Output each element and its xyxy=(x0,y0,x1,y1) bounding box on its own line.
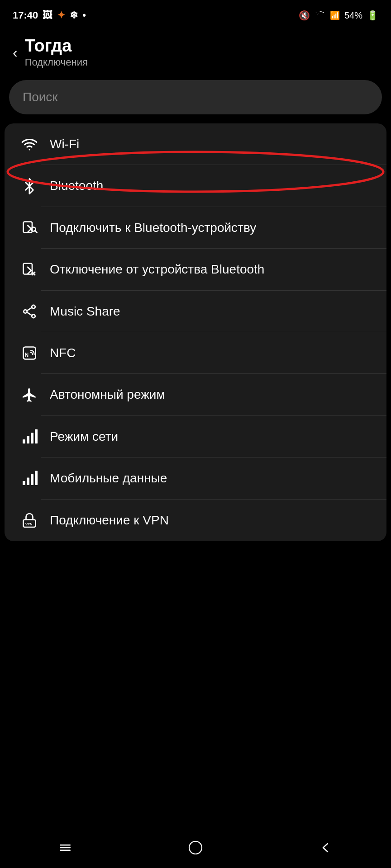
menu-item-bluetooth-disconnect[interactable]: Отключение от устройства Bluetooth xyxy=(5,249,386,290)
wifi-icon xyxy=(18,136,41,152)
svg-line-7 xyxy=(27,307,32,311)
airplane-label: Автономный режим xyxy=(50,387,165,403)
airplane-icon xyxy=(18,387,41,403)
status-left: 17:40 🖼 ✦ ❄ • xyxy=(13,9,86,21)
nfc-icon: N xyxy=(18,345,41,361)
network-mode-icon xyxy=(18,429,41,445)
menu-item-bluetooth-connect[interactable]: Подключить к Bluetooth-устройству xyxy=(5,207,386,249)
signal-icon: 📶 xyxy=(330,10,340,20)
bluetooth-connect-icon xyxy=(18,220,41,236)
svg-rect-23 xyxy=(60,850,71,851)
svg-point-24 xyxy=(189,841,202,854)
search-container[interactable]: Поиск xyxy=(0,75,391,119)
home-button[interactable] xyxy=(177,836,214,859)
svg-rect-1 xyxy=(24,222,33,232)
dot-icon: • xyxy=(82,9,86,21)
menu-item-wifi[interactable]: Wi-Fi xyxy=(5,123,386,165)
bluetooth-disconnect-icon xyxy=(18,261,41,278)
back-nav-button[interactable] xyxy=(308,836,344,859)
search-box[interactable]: Поиск xyxy=(9,80,382,114)
back-button[interactable]: ‹ xyxy=(13,45,18,60)
bluetooth-connect-label: Подключить к Bluetooth-устройству xyxy=(50,220,256,236)
vpn-label: Подключение к VPN xyxy=(50,512,169,528)
svg-rect-13 xyxy=(31,433,33,443)
svg-rect-17 xyxy=(31,474,33,485)
recent-apps-button[interactable] xyxy=(47,836,83,859)
mobile-data-label: Мобильные данные xyxy=(50,470,167,486)
mute-icon: 🔇 xyxy=(299,10,310,21)
page-title: Тогда xyxy=(25,36,88,56)
svg-rect-14 xyxy=(35,429,38,443)
music-share-icon xyxy=(18,303,41,320)
svg-rect-3 xyxy=(24,264,33,274)
time: 17:40 xyxy=(13,9,38,21)
wifi-label: Wi-Fi xyxy=(50,136,79,152)
battery: 54% xyxy=(344,10,362,21)
battery-icon: 🔋 xyxy=(367,10,378,21)
svg-rect-21 xyxy=(60,844,71,846)
svg-rect-15 xyxy=(23,481,25,485)
wifi-status-icon xyxy=(315,9,325,22)
search-placeholder: Поиск xyxy=(23,90,58,104)
menu-item-nfc[interactable]: N NFC xyxy=(5,332,386,374)
menu-item-music-share[interactable]: Music Share xyxy=(5,291,386,332)
navigation-bar xyxy=(0,832,391,868)
svg-rect-16 xyxy=(27,478,29,486)
nfc-label: NFC xyxy=(50,345,76,361)
menu-list: Wi-Fi Bluetooth Подключить к Bluetooth-у… xyxy=(5,123,386,541)
menu-item-mobile-data[interactable]: Мобильные данные xyxy=(5,458,386,499)
menu-item-vpn[interactable]: VPN Подключение к VPN xyxy=(5,500,386,541)
svg-text:VPN: VPN xyxy=(25,522,32,526)
bluetooth-disconnect-label: Отключение от устройства Bluetooth xyxy=(50,261,264,278)
page-subtitle: Подключения xyxy=(25,57,88,68)
menu-item-network-mode[interactable]: Режим сети xyxy=(5,416,386,458)
svg-rect-18 xyxy=(35,471,38,486)
svg-rect-12 xyxy=(27,436,29,443)
music-share-label: Music Share xyxy=(50,303,120,320)
status-right: 🔇 📶 54% 🔋 xyxy=(299,9,378,22)
header-text: Тогда Подключения xyxy=(25,36,88,68)
bluetooth-label: Bluetooth xyxy=(50,178,103,194)
svg-rect-11 xyxy=(23,439,25,443)
menu-item-airplane[interactable]: Автономный режим xyxy=(5,374,386,415)
svg-text:N: N xyxy=(25,352,29,358)
bluetooth-icon xyxy=(18,178,41,194)
status-bar: 17:40 🖼 ✦ ❄ • 🔇 📶 54% 🔋 xyxy=(0,0,391,27)
svg-line-8 xyxy=(27,312,32,316)
music-icon: ✦ xyxy=(57,9,65,21)
menu-item-bluetooth[interactable]: Bluetooth xyxy=(5,165,386,207)
svg-rect-22 xyxy=(60,847,71,849)
vpn-icon: VPN xyxy=(18,512,41,528)
photo-icon: 🖼 xyxy=(43,9,52,21)
header: ‹ Тогда Подключения xyxy=(0,27,391,75)
mobile-data-icon xyxy=(18,470,41,486)
network-mode-label: Режим сети xyxy=(50,429,118,445)
snowflake-icon: ❄ xyxy=(70,9,78,21)
